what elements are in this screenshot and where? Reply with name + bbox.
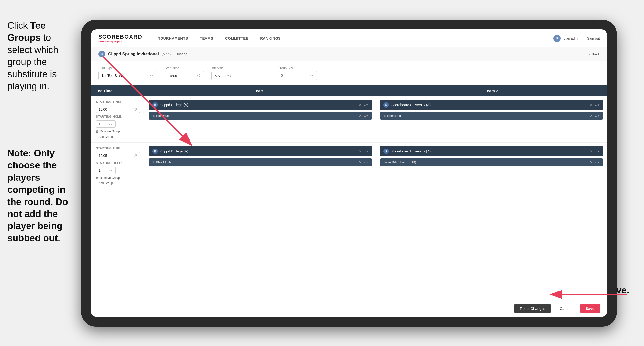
config-intervals-label: Intervals [212, 66, 270, 70]
breadcrumb-bar: B Clippd Spring Invitational (Men) Hosti… [91, 47, 607, 61]
table-body: STARTING TIME: 10:00 ⏱ STARTING HOLE: 1 … [91, 96, 607, 300]
starting-time-input-1[interactable]: 10:00 ⏱ [96, 106, 140, 113]
team2-icon-2: S [384, 149, 389, 154]
back-link[interactable]: ‹ Back [589, 52, 600, 56]
team2-controls-2: ✕ ▲▼ [590, 150, 600, 153]
tee-time-cell-1: STARTING TIME: 10:00 ⏱ STARTING HOLE: 1 … [91, 96, 145, 142]
main-content: Start Type 1st Tee Start ▲▼ Start Time 1… [91, 61, 607, 317]
team2-cell-2: S Scoreboard University (A) ✕ ▲▼ Dave Bi… [376, 143, 607, 189]
config-group-size-label: Group Size [278, 66, 317, 70]
header-team2: Team 2 [376, 85, 607, 96]
tablet-frame: SCOREBOARD Powered by clippd TOURNAMENTS… [81, 20, 617, 327]
team1-cell-1: B Clippd College (A) ✕ ▲▼ 1. Rich Butler [145, 96, 376, 142]
user-name: blair admin [564, 36, 580, 40]
save-arrow [546, 282, 632, 307]
logo-powered: Powered by clippd [98, 40, 142, 43]
team1-name-1: Clippd College (A) [160, 103, 188, 107]
hole-spinner-1[interactable]: ▲▼ [108, 123, 113, 125]
config-start-time-label: Start Time [165, 66, 204, 70]
group-row-1: STARTING TIME: 10:00 ⏱ STARTING HOLE: 1 … [91, 96, 607, 143]
config-start-type-label: Start Type [98, 66, 157, 70]
nav-right: B blair admin | Sign out [553, 35, 600, 42]
header-team1: Team 1 [145, 85, 376, 96]
player2-controls-1: ✕ ▲▼ [590, 114, 600, 118]
hole-spinner-2[interactable]: ▲▼ [108, 169, 113, 172]
main-instruction: Click Tee Groups to select which group t… [0, 15, 79, 97]
team2-entry-2[interactable]: S Scoreboard University (A) ✕ ▲▼ [380, 146, 603, 156]
team2-entry-1[interactable]: S Scoreboard University (A) ✕ ▲▼ [380, 100, 603, 110]
user-avatar: B [553, 35, 561, 42]
team1-icon-2: B [152, 149, 158, 154]
config-start-type: Start Type 1st Tee Start ▲▼ [98, 66, 157, 80]
team1-name-2: Clippd College (A) [160, 149, 188, 153]
player2-entry-1[interactable]: 1. Rees Britt ✕ ▲▼ [380, 112, 603, 120]
nav-teams[interactable]: TEAMS [194, 29, 219, 47]
config-start-type-input[interactable]: 1st Tee Start ▲▼ [98, 71, 157, 80]
team2-name-2: Scoreboard University (A) [391, 149, 431, 153]
config-intervals: Intervals 5 Minutes ⏱ [212, 66, 270, 80]
team2-icon-1: S [384, 102, 389, 108]
team1-entry-left-2: B Clippd College (A) [152, 149, 188, 154]
header-tee-time: Tee Time [91, 85, 145, 96]
tablet-screen: SCOREBOARD Powered by clippd TOURNAMENTS… [91, 29, 607, 317]
note-instruction: Note: Only choose the players competing … [0, 142, 84, 249]
breadcrumb-icon: B [98, 50, 105, 57]
team1-controls-2: ✕ ▲▼ [359, 150, 368, 153]
reset-changes-button[interactable]: Reset Changes [514, 304, 550, 313]
starting-hole-input-2[interactable]: 1 ▲▼ [96, 167, 116, 174]
breadcrumb-gender: (Men) [162, 52, 171, 56]
sign-out-link[interactable]: Sign out [587, 36, 600, 40]
group-row-2: STARTING TIME: 10:05 ⏱ STARTING HOLE: 1 … [91, 143, 607, 189]
starting-time-input-2[interactable]: 10:05 ⏱ [96, 152, 140, 159]
team1-close-1[interactable]: ✕ [359, 103, 362, 107]
logo-area: SCOREBOARD Powered by clippd [98, 34, 142, 43]
action-bar: Reset Changes Cancel Save [91, 300, 607, 317]
breadcrumb-hosting: Hosting [176, 52, 187, 56]
team1-cell-2: B Clippd College (A) ✕ ▲▼ 2. Blair McHar… [145, 143, 376, 189]
nav-rankings[interactable]: RANKINGS [254, 29, 286, 47]
start-type-spinner[interactable]: ▲▼ [149, 74, 154, 77]
player1-controls-1: ✕ ▲▼ [359, 114, 368, 118]
pipe-divider: | [583, 36, 584, 40]
breadcrumb-left: B Clippd Spring Invitational (Men) Hosti… [98, 50, 187, 57]
table-header: Tee Time Team 1 Team 2 [91, 85, 607, 96]
starting-time-label-1: STARTING TIME: [96, 100, 140, 104]
team1-entry-left-1: B Clippd College (A) [152, 102, 188, 108]
config-start-time: Start Time 10:00 ⏱ [165, 66, 204, 80]
top-navigation: SCOREBOARD Powered by clippd TOURNAMENTS… [91, 29, 607, 47]
group-size-spinner[interactable]: ▲▼ [309, 74, 314, 77]
nav-tournaments[interactable]: TOURNAMENTS [152, 29, 194, 47]
starting-hole-label-1: STARTING HOLE: [96, 115, 140, 118]
add-group-btn-1[interactable]: +Add Group [96, 135, 140, 138]
remove-group-btn-2[interactable]: 🗑Remove Group [96, 176, 140, 180]
team1-spinner-1[interactable]: ▲▼ [364, 104, 368, 106]
config-group-size-input[interactable]: 2 ▲▼ [278, 71, 317, 80]
breadcrumb-title: Clippd Spring Invitational [108, 51, 159, 56]
team2-cell-1: S Scoreboard University (A) ✕ ▲▼ 1. Rees… [376, 96, 607, 142]
logo-scoreboard: SCOREBOARD [98, 34, 142, 40]
starting-hole-label-2: STARTING HOLE: [96, 161, 140, 165]
remove-group-btn-1[interactable]: 🗑Remove Group [96, 130, 140, 133]
team1-entry-2[interactable]: B Clippd College (A) ✕ ▲▼ [149, 146, 372, 156]
player2-controls-2: ✕ ▲▼ [590, 160, 600, 164]
config-start-time-input[interactable]: 10:00 ⏱ [165, 71, 204, 80]
team1-controls-1: ✕ ▲▼ [359, 103, 368, 107]
starting-time-label-2: STARTING TIME: [96, 147, 140, 150]
config-group-size: Group Size 2 ▲▼ [278, 66, 317, 80]
player1-entry-2[interactable]: 2. Blair McHarg ✕ ▲▼ [149, 158, 372, 166]
add-group-btn-2[interactable]: +Add Group [96, 181, 140, 185]
nav-committee[interactable]: COMMITTEE [219, 29, 254, 47]
team1-icon-1: B [152, 102, 158, 108]
team2-entry-left-2: S Scoreboard University (A) [384, 149, 431, 154]
player1-controls-2: ✕ ▲▼ [359, 160, 368, 164]
player2-entry-2[interactable]: Dave Billingham (SUB) ✕ ▲▼ [380, 158, 603, 166]
team2-controls-1: ✕ ▲▼ [590, 103, 600, 107]
team1-entry-1[interactable]: B Clippd College (A) ✕ ▲▼ [149, 100, 372, 110]
team2-entry-left-1: S Scoreboard University (A) [384, 102, 431, 108]
tee-time-cell-2: STARTING TIME: 10:05 ⏱ STARTING HOLE: 1 … [91, 143, 145, 189]
start-config: Start Type 1st Tee Start ▲▼ Start Time 1… [91, 61, 607, 85]
player1-entry-1[interactable]: 1. Rich Butler ✕ ▲▼ [149, 112, 372, 120]
config-intervals-input[interactable]: 5 Minutes ⏱ [212, 71, 270, 80]
nav-items: TOURNAMENTS TEAMS COMMITTEE RANKINGS [152, 29, 553, 47]
starting-hole-input-1[interactable]: 1 ▲▼ [96, 120, 116, 128]
